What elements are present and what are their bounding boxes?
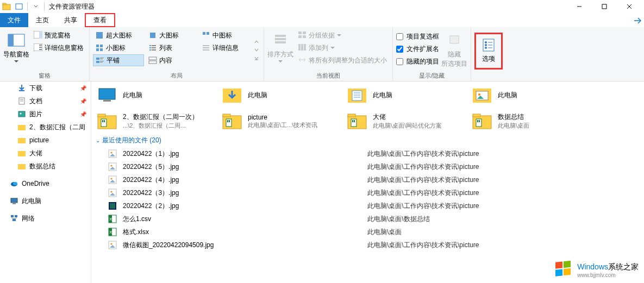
- recent-file-row[interactable]: 20220422（3）.jpg 此电脑\桌面\工作内容\技术资讯\picture: [96, 186, 640, 199]
- layout-content[interactable]: 内容: [146, 54, 197, 66]
- svg-rect-88: [102, 120, 103, 122]
- svg-point-106: [111, 152, 112, 154]
- svg-rect-114: [110, 203, 115, 209]
- tab-file[interactable]: 文件: [0, 13, 28, 27]
- sidebar-thispc[interactable]: 此电脑: [0, 194, 91, 207]
- svg-rect-6: [8, 34, 14, 46]
- folder-item[interactable]: 此电脑: [221, 84, 340, 106]
- recent-file-row[interactable]: 20220422（5）.jpg 此电脑\桌面\工作内容\技术资讯\picture: [96, 160, 640, 173]
- svg-rect-12: [39, 49, 42, 50]
- sort-button[interactable]: 排序方式: [267, 29, 293, 71]
- scroll-up-icon[interactable]: [254, 39, 259, 45]
- maximize-button[interactable]: [592, 0, 617, 13]
- folder-thumb-icon: [346, 84, 368, 106]
- thispc-icon: [10, 197, 18, 205]
- tab-share[interactable]: 共享: [57, 13, 85, 27]
- recent-file-row[interactable]: 微信截图_20220422094509.jpg 此电脑\桌面\工作内容\技术资讯…: [96, 238, 640, 251]
- file-icon: [108, 175, 117, 185]
- layout-medium[interactable]: 中图标: [199, 29, 251, 41]
- folder-icon: [17, 136, 26, 144]
- groupby-button[interactable]: 分组依据: [296, 29, 389, 41]
- sidebar-folder-dalao[interactable]: 大佬: [0, 147, 91, 160]
- qat-dropdown[interactable]: [30, 1, 42, 12]
- svg-rect-45: [303, 35, 306, 38]
- layout-extra-large[interactable]: 超大图标: [93, 29, 144, 41]
- svg-rect-66: [18, 164, 26, 169]
- file-name: 20220422（2）.jpg: [123, 202, 362, 211]
- folder-name: picture: [248, 114, 340, 121]
- expand-icon[interactable]: [254, 55, 259, 61]
- layout-large[interactable]: 大图标: [146, 29, 197, 41]
- folder-item[interactable]: picture 此电脑\桌面\工...\技术资讯: [221, 110, 340, 133]
- explorer-icon: [2, 2, 11, 11]
- layout-small[interactable]: 小图标: [93, 42, 144, 54]
- sidebar-onedrive[interactable]: OneDrive: [0, 177, 91, 190]
- folder-icon: [17, 162, 26, 171]
- nav-pane-button[interactable]: 导航窗格: [3, 29, 29, 71]
- svg-rect-69: [11, 198, 17, 203]
- addcols-button[interactable]: 添加列: [296, 42, 389, 54]
- file-name: 20220422（4）.jpg: [123, 175, 362, 185]
- svg-rect-44: [298, 35, 302, 38]
- sidebar-downloads[interactable]: 下载📌: [0, 81, 91, 95]
- sidebar-network[interactable]: 网络: [0, 212, 91, 225]
- help-button[interactable]: [631, 13, 644, 27]
- tab-view[interactable]: 查看: [85, 13, 115, 27]
- layout-list[interactable]: 列表: [146, 42, 197, 54]
- nav-pane-icon: [8, 32, 25, 49]
- file-path: 此电脑\桌面\工作内容\技术资讯\picture: [367, 188, 479, 198]
- recent-section-header[interactable]: ⌄ 最近使用的文件 (20): [96, 136, 640, 145]
- recent-file-row[interactable]: 20220422（2）.jpg 此电脑\桌面\工作内容\技术资讯\picture: [96, 199, 640, 212]
- sidebar-folder-summary[interactable]: 数据总结: [0, 160, 91, 173]
- svg-text:X: X: [109, 217, 112, 222]
- preview-pane-button[interactable]: 预览窗格: [32, 29, 86, 41]
- folder-item[interactable]: 此电脑: [96, 84, 215, 106]
- scroll-down-icon[interactable]: [254, 47, 259, 53]
- checkbox-hidden-items[interactable]: 隐藏的项目: [396, 55, 439, 67]
- recent-file-row[interactable]: X 怎么1.csv 此电脑\桌面\数据总结: [96, 212, 640, 225]
- folder-item[interactable]: 此电脑: [346, 84, 465, 106]
- hide-selected-button[interactable]: 隐藏 所选项目: [441, 29, 467, 71]
- recent-file-row[interactable]: 20220422（4）.jpg 此电脑\桌面\工作内容\技术资讯\picture: [96, 173, 640, 186]
- minimize-button[interactable]: [567, 0, 592, 13]
- group-panes: 导航窗格 预览窗格 详细信息窗格 窗格: [0, 27, 90, 81]
- dropdown-icon: [278, 60, 283, 62]
- close-button[interactable]: [617, 0, 642, 13]
- folder-item[interactable]: 2、数据汇报（二周一次） ...\2、数据汇报（二周...: [96, 110, 215, 133]
- file-icon: [108, 162, 117, 172]
- qat-new-folder[interactable]: [13, 1, 25, 12]
- svg-rect-101: [473, 114, 480, 117]
- sidebar-documents[interactable]: 文档📌: [0, 95, 91, 108]
- main-area: 下载📌 文档📌 图片📌 2、数据汇报（二周 picture 大佬 数据总结 On…: [0, 81, 644, 283]
- folder-item[interactable]: 数据总结 此电脑\桌面: [471, 110, 590, 133]
- sidebar-pictures[interactable]: 图片📌: [0, 108, 91, 121]
- sidebar-folder-picture[interactable]: picture: [0, 134, 91, 147]
- svg-rect-41: [275, 41, 286, 43]
- layout-tiles[interactable]: 平铺: [93, 54, 144, 66]
- sidebar-folder-report[interactable]: 2、数据汇报（二周: [0, 121, 91, 134]
- file-icon: [108, 240, 117, 250]
- recent-file-row[interactable]: 20220422（1）.jpg 此电脑\桌面\工作内容\技术资讯\picture: [96, 147, 640, 160]
- svg-rect-47: [301, 44, 303, 51]
- layout-details[interactable]: 详细信息: [199, 42, 251, 54]
- svg-rect-123: [555, 261, 562, 268]
- autosize-button[interactable]: 将所有列调整为合适的大小: [296, 54, 389, 66]
- folder-name: 此电脑: [123, 91, 215, 100]
- svg-rect-28: [152, 47, 156, 48]
- sidebar: 下载📌 文档📌 图片📌 2、数据汇报（二周 picture 大佬 数据总结 On…: [0, 81, 91, 283]
- tab-home[interactable]: 主页: [28, 13, 57, 27]
- recent-file-row[interactable]: X 格式.xlsx 此电脑\桌面: [96, 225, 640, 238]
- checkbox-item-checkboxes[interactable]: 项目复选框: [396, 30, 439, 42]
- file-name: 格式.xlsx: [123, 228, 362, 237]
- details-pane-button[interactable]: 详细信息窗格: [32, 42, 86, 54]
- options-button[interactable]: 选项: [474, 33, 503, 70]
- folder-item[interactable]: 此电脑: [471, 84, 590, 106]
- file-path: 此电脑\桌面\工作内容\技术资讯\picture: [367, 202, 479, 211]
- folder-item[interactable]: 大佬 此电脑\桌面\网站优化方案: [346, 110, 465, 133]
- recent-list: 20220422（1）.jpg 此电脑\桌面\工作内容\技术资讯\picture…: [96, 147, 640, 251]
- checkbox-file-extensions[interactable]: 文件扩展名: [396, 43, 439, 55]
- pin-icon: 📌: [80, 85, 86, 91]
- network-icon: [10, 214, 18, 223]
- svg-rect-103: [477, 120, 478, 122]
- svg-rect-14: [96, 45, 99, 47]
